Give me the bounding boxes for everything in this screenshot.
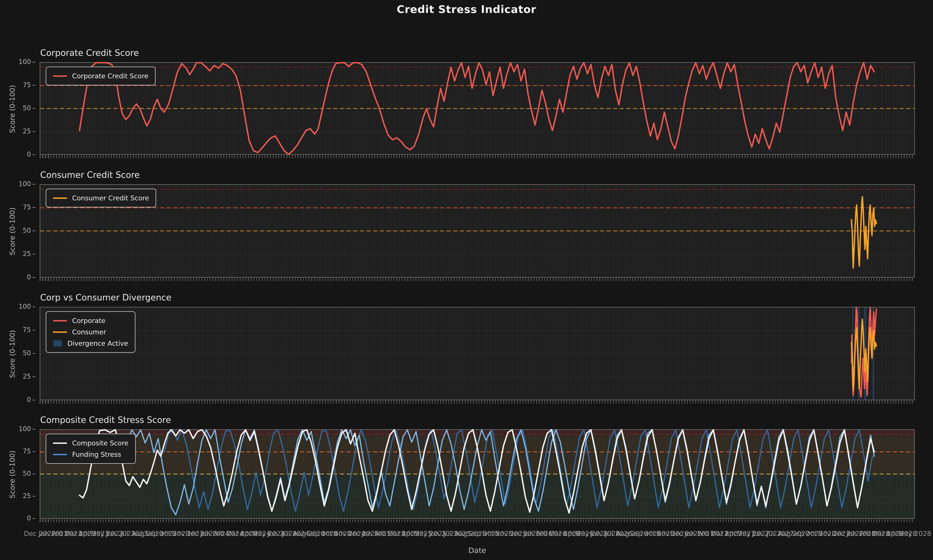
y-tick-mark [32,451,35,452]
x-tick-marks [40,155,915,158]
y-tick-label: 25 [6,372,35,380]
y-tick-mark [32,62,35,63]
x-tick-labels: Dec 2022Jan 2023Feb 2023Mar 2023Apr 2023… [0,530,933,542]
y-tick-label: 25 [6,492,35,500]
plot-area-divergence [40,307,915,400]
y-tick-mark [32,377,35,377]
legend-line-sample [53,75,67,77]
legend-item: Funding Stress [52,449,129,460]
legend-line-sample [53,443,67,444]
legend-composite: Composite Score Funding Stress [46,434,136,464]
legend-item: Corporate Credit Score [52,70,149,82]
legend-patch-sample [53,340,62,347]
subplot-title-divergence: Corp vs Consumer Divergence [40,292,171,302]
y-tick-mark [32,518,35,519]
y-tick-mark [32,207,35,208]
y-tick-label: 75 [6,203,35,211]
x-tick-marks [40,519,915,522]
y-tick-label: 0 [6,273,35,281]
y-tick-mark [32,330,35,331]
figure-title: Credit Stress Indicator [0,3,933,15]
legend-label: Consumer [72,328,106,336]
y-tick-mark [32,496,35,497]
legend-consumer: Consumer Credit Score [46,189,156,208]
series-canvas [40,430,915,518]
legend-item: Consumer Credit Score [52,192,150,204]
x-tick-marks [40,400,915,404]
y-tick-label: 50 [6,104,35,112]
x-axis-label: Date [40,546,915,555]
legend-item: Composite Score [52,437,129,449]
y-tick-label: 100 [6,58,35,66]
y-tick-mark [32,231,35,231]
x-tick-label: May 2028 [898,530,931,537]
legend-label: Funding Stress [72,451,121,458]
series-line-corporate-credit-score [80,63,874,154]
legend-item: Divergence Active [52,338,129,349]
legend-line-sample [53,197,67,199]
series-canvas [40,185,915,277]
y-tick-label: 100 [6,180,35,188]
y-tick-mark [32,131,35,132]
y-tick-label: 0 [6,151,35,158]
plot-area-consumer [40,184,915,278]
legend-label: Consumer Credit Score [72,194,149,202]
y-tick-label: 50 [6,349,35,357]
y-tick-label: 75 [6,81,35,89]
y-tick-mark [32,154,35,155]
credit-stress-figure: Credit Stress Indicator Corporate Credit… [0,0,933,560]
legend-line-sample [53,320,67,322]
y-tick-label: 25 [6,250,35,258]
series-canvas [40,63,915,154]
x-tick-marks [40,278,915,281]
legend-item: Corporate [52,315,129,326]
subplot-title-consumer: Consumer Credit Score [40,170,140,180]
legend-label: Corporate [72,317,105,325]
y-tick-mark [32,429,35,429]
legend-label: Divergence Active [68,340,128,347]
y-tick-mark [32,254,35,254]
y-tick-label: 100 [6,303,35,310]
subplot-title-corporate: Corporate Credit Score [40,48,139,58]
series-line-composite-score [80,430,874,513]
y-tick-mark [32,184,35,185]
legend-label: Corporate Credit Score [72,72,148,80]
y-tick-label: 50 [6,227,35,234]
y-tick-mark [32,474,35,474]
y-tick-mark [32,277,35,278]
legend-label: Composite Score [72,439,129,447]
y-tick-label: 0 [6,514,35,522]
plot-area-corporate [40,62,915,155]
y-tick-mark [32,108,35,109]
y-tick-label: 25 [6,127,35,135]
y-tick-mark [32,400,35,400]
series-line-consumer-credit-score [851,197,876,268]
y-tick-label: 75 [6,326,35,334]
y-tick-mark [32,306,35,307]
y-tick-mark [32,353,35,354]
y-tick-label: 50 [6,470,35,477]
legend-line-sample [53,331,67,333]
y-tick-mark [32,85,35,86]
series-canvas [40,307,915,400]
plot-area-composite [40,429,915,518]
subplot-title-composite: Composite Credit Stress Score [40,415,171,425]
legend-line-sample [53,454,67,455]
y-tick-label: 0 [6,396,35,403]
y-tick-label: 100 [6,425,35,433]
legend-item: Consumer [52,326,129,338]
legend-divergence: Corporate Consumer Divergence Active [46,311,135,353]
y-tick-label: 75 [6,448,35,455]
series-line-funding-stress-dark- [164,430,872,511]
legend-corporate: Corporate Credit Score [46,66,156,85]
